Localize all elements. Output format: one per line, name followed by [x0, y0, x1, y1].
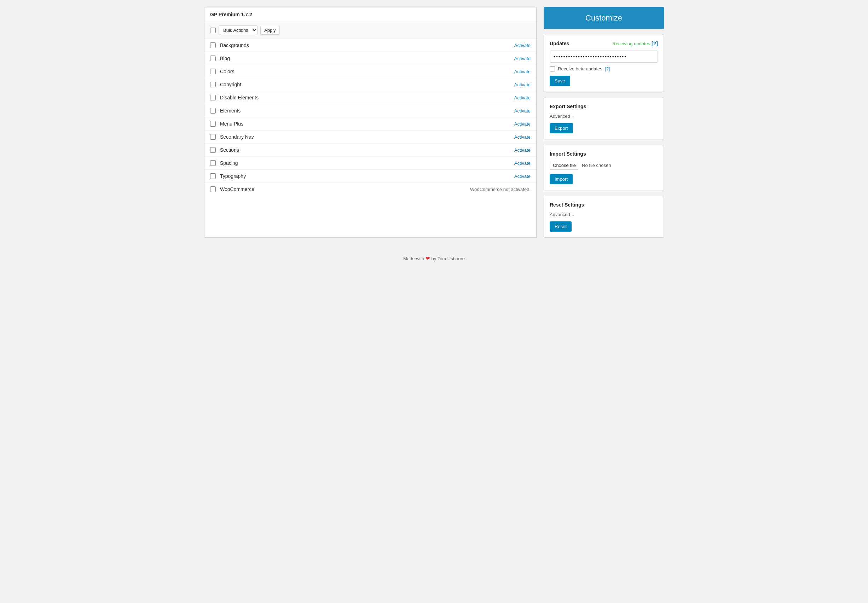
secondary-nav-activate[interactable]: Activate: [514, 135, 531, 140]
updates-card: Updates Receiving updates [?] Receive be…: [544, 35, 664, 92]
reset-advanced-label: Advanced: [550, 212, 570, 217]
reset-title: Reset Settings: [550, 202, 584, 207]
reset-settings-card: Reset Settings Advanced ⌄ Reset: [544, 196, 664, 238]
file-input-row: Choose file No file chosen: [550, 161, 658, 170]
import-settings-card: Import Settings Choose file No file chos…: [544, 145, 664, 190]
import-title: Import Settings: [550, 151, 586, 157]
secondary-nav-name: Secondary Nav: [220, 134, 510, 140]
toolbar: Bulk Actions Apply: [204, 22, 536, 39]
colors-checkbox[interactable]: [210, 69, 216, 74]
export-advanced-dropdown[interactable]: Advanced ⌄: [550, 113, 658, 119]
right-panel: Customize Updates Receiving updates [?] …: [544, 7, 664, 238]
spacing-name: Spacing: [220, 160, 510, 166]
colors-activate[interactable]: Activate: [514, 69, 531, 74]
plugin-list: Backgrounds Activate Blog Activate Color…: [204, 39, 536, 196]
backgrounds-name: Backgrounds: [220, 42, 510, 48]
secondary-nav-checkbox[interactable]: [210, 134, 216, 140]
sections-name: Sections: [220, 147, 510, 153]
no-file-text: No file chosen: [582, 163, 611, 168]
import-button[interactable]: Import: [550, 174, 572, 184]
beta-label: Receive beta updates: [558, 66, 602, 71]
plugin-row-sections: Sections Activate: [204, 144, 536, 157]
gp-premium-title: GP Premium 1.7.2: [210, 12, 252, 17]
receiving-updates-text: Receiving updates: [612, 41, 650, 46]
reset-chevron-down-icon: ⌄: [572, 213, 574, 216]
typography-activate[interactable]: Activate: [514, 174, 531, 179]
disable-elements-activate[interactable]: Activate: [514, 95, 531, 100]
elements-name: Elements: [220, 108, 510, 113]
apply-button[interactable]: Apply: [260, 26, 280, 35]
plugin-row-blog: Blog Activate: [204, 52, 536, 65]
bulk-actions-select[interactable]: Bulk Actions: [218, 25, 257, 35]
footer-made-with: Made with: [403, 256, 424, 261]
plugin-row-typography: Typography Activate: [204, 170, 536, 183]
reset-card-title: Reset Settings: [550, 202, 658, 207]
choose-file-button[interactable]: Choose file: [550, 161, 579, 170]
updates-card-title: Updates Receiving updates [?]: [550, 41, 658, 46]
typography-name: Typography: [220, 173, 510, 179]
plugin-row-colors: Colors Activate: [204, 65, 536, 78]
customize-title: Customize: [585, 14, 622, 22]
footer-by-text: by Tom Usborne: [432, 256, 465, 261]
colors-name: Colors: [220, 69, 510, 74]
beta-updates-checkbox[interactable]: [550, 66, 555, 71]
export-button[interactable]: Export: [550, 123, 573, 133]
copyright-name: Copyright: [220, 82, 510, 87]
copyright-activate[interactable]: Activate: [514, 82, 531, 87]
main-panel: GP Premium 1.7.2 Bulk Actions Apply Back…: [204, 7, 537, 238]
backgrounds-activate[interactable]: Activate: [514, 43, 531, 48]
disable-elements-name: Disable Elements: [220, 95, 510, 100]
sections-activate[interactable]: Activate: [514, 147, 531, 153]
menu-plus-activate[interactable]: Activate: [514, 121, 531, 127]
reset-advanced-dropdown[interactable]: Advanced ⌄: [550, 212, 658, 217]
license-key-input[interactable]: [550, 51, 658, 63]
plugin-row-disable-elements: Disable Elements Activate: [204, 91, 536, 104]
woocommerce-checkbox[interactable]: [210, 186, 216, 192]
spacing-checkbox[interactable]: [210, 160, 216, 166]
elements-activate[interactable]: Activate: [514, 108, 531, 113]
export-chevron-down-icon: ⌄: [572, 114, 574, 118]
woocommerce-name: WooCommerce: [220, 186, 466, 192]
heart-icon: ❤: [425, 255, 430, 261]
elements-checkbox[interactable]: [210, 108, 216, 113]
footer: Made with ❤ by Tom Usborne: [7, 245, 861, 272]
menu-plus-name: Menu Plus: [220, 121, 510, 127]
export-settings-card: Export Settings Advanced ⌄ Export: [544, 97, 664, 139]
reset-button[interactable]: Reset: [550, 221, 572, 232]
woocommerce-status: WooCommerce not activated.: [470, 187, 531, 192]
save-button[interactable]: Save: [550, 76, 570, 86]
updates-question-link[interactable]: [?]: [651, 41, 658, 46]
plugin-row-secondary-nav: Secondary Nav Activate: [204, 130, 536, 144]
plugin-row-menu-plus: Menu Plus Activate: [204, 118, 536, 130]
export-card-title: Export Settings: [550, 104, 658, 109]
updates-title: Updates: [550, 41, 569, 46]
export-advanced-label: Advanced: [550, 113, 570, 119]
blog-activate[interactable]: Activate: [514, 56, 531, 61]
menu-plus-checkbox[interactable]: [210, 121, 216, 127]
panel-title: GP Premium 1.7.2: [204, 8, 536, 22]
backgrounds-checkbox[interactable]: [210, 42, 216, 48]
sections-checkbox[interactable]: [210, 147, 216, 153]
plugin-row-copyright: Copyright Activate: [204, 78, 536, 91]
blog-checkbox[interactable]: [210, 56, 216, 61]
plugin-row-elements: Elements Activate: [204, 104, 536, 118]
disable-elements-checkbox[interactable]: [210, 95, 216, 100]
select-all-checkbox[interactable]: [210, 28, 216, 33]
beta-question-link[interactable]: [?]: [605, 66, 610, 71]
typography-checkbox[interactable]: [210, 173, 216, 179]
beta-row: Receive beta updates [?]: [550, 66, 658, 71]
export-title: Export Settings: [550, 104, 586, 109]
blog-name: Blog: [220, 56, 510, 61]
plugin-row-backgrounds: Backgrounds Activate: [204, 39, 536, 52]
import-card-title: Import Settings: [550, 151, 658, 157]
plugin-row-spacing: Spacing Activate: [204, 157, 536, 170]
spacing-activate[interactable]: Activate: [514, 161, 531, 166]
receiving-updates-label: Receiving updates [?]: [612, 41, 658, 46]
plugin-row-woocommerce: WooCommerce WooCommerce not activated.: [204, 183, 536, 196]
copyright-checkbox[interactable]: [210, 82, 216, 87]
customize-header: Customize: [544, 7, 664, 29]
